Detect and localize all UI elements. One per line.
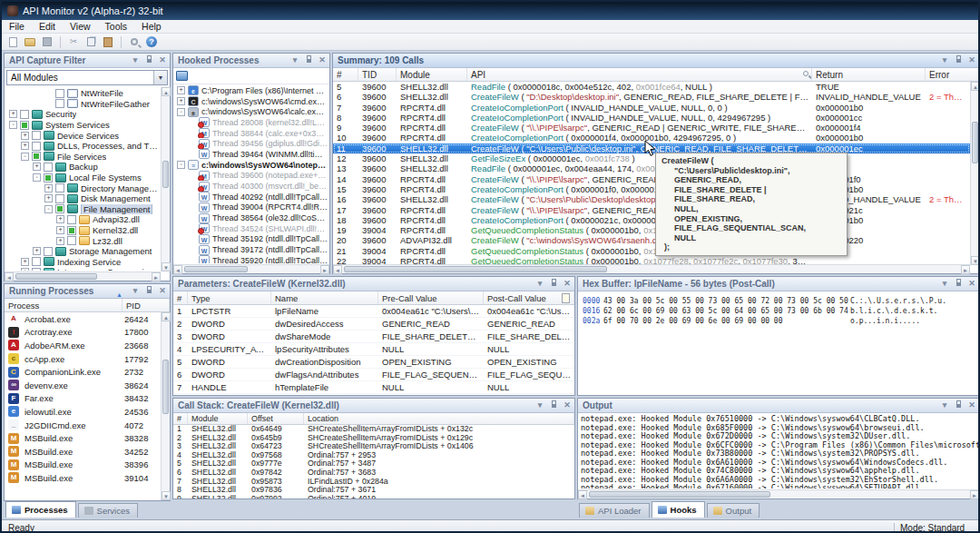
api-call-row[interactable]: 1539600RPCRT4.dllCreateIoCompletionPort …: [333, 184, 970, 194]
expander-icon[interactable]: +: [44, 184, 53, 192]
expander-icon[interactable]: -: [9, 121, 17, 129]
checkbox[interactable]: [32, 268, 41, 271]
process-row[interactable]: AAdobeARM.exe23668: [5, 339, 161, 352]
checkbox[interactable]: [55, 204, 64, 213]
tree-item[interactable]: +Advapi32.dll: [5, 214, 160, 225]
checkbox[interactable]: [32, 131, 41, 140]
pin-icon[interactable]: [144, 285, 153, 297]
expander-icon[interactable]: +: [56, 226, 64, 234]
checkbox[interactable]: [20, 110, 29, 119]
column-header-number[interactable]: #: [173, 291, 188, 304]
expander-icon[interactable]: +: [33, 247, 41, 255]
expander-icon[interactable]: +: [9, 110, 17, 118]
expander-icon[interactable]: -: [44, 205, 53, 213]
summary-vertical-scrollbar[interactable]: ▲ ▼: [970, 82, 979, 265]
cut-icon[interactable]: ✂: [66, 35, 81, 49]
process-row[interactable]: eielowutil.exe24536: [5, 405, 161, 419]
process-row[interactable]: !Acrotray.exe17800: [5, 326, 161, 340]
module-filter-select[interactable]: All Modules ▼: [6, 70, 168, 85]
panel-menu-icon[interactable]: ▾: [940, 400, 949, 411]
save-icon[interactable]: [40, 35, 54, 49]
monitor-process-icon[interactable]: [176, 71, 188, 81]
column-header-module[interactable]: Module: [188, 413, 248, 424]
call-stack-row[interactable]: 5SHELL32.dll0x9777eOrdinal:757 + 3487: [173, 459, 574, 469]
close-icon[interactable]: ✕: [563, 400, 572, 411]
summary-horizontal-scrollbar[interactable]: ◄ ►: [333, 264, 970, 273]
output-horizontal-scrollbar[interactable]: ◄ ►: [578, 489, 979, 498]
column-header-error[interactable]: Error: [926, 68, 979, 81]
api-call-row[interactable]: 939600RPCRT4.dllCreateFileW ( "\\.\PIPE\…: [333, 123, 970, 133]
new-document-icon[interactable]: [5, 35, 20, 49]
hooked-tree-item[interactable]: WThread 40292 (ntdll.dll!TpCallbackM: [174, 192, 328, 202]
parameter-row[interactable]: 5DWORDdwCreationDispositionOPEN_EXISTING…: [173, 356, 574, 369]
tree-item[interactable]: +Storage Management: [5, 246, 160, 257]
tree-item[interactable]: -File Management: [5, 204, 160, 215]
tree-item[interactable]: +DLLs, Processes, and Threads: [5, 141, 160, 152]
expander-icon[interactable]: +: [21, 142, 29, 150]
paste-icon[interactable]: [101, 35, 115, 49]
pin-icon[interactable]: [954, 400, 963, 411]
api-call-row[interactable]: 539600SHELL32.dllReadFile ( 0x0000018c, …: [333, 82, 970, 92]
hooked-tree-item[interactable]: WThread 39464 (WINMM.dll!timeEnd: [174, 149, 328, 160]
tree-item[interactable]: +Lz32.dll: [5, 235, 160, 246]
tree-item[interactable]: +Device Services: [5, 130, 160, 141]
checkbox[interactable]: [44, 247, 53, 256]
hooked-tree-item[interactable]: WThread 38564 (ole32.dll!CoSetState: [174, 212, 328, 223]
expander-icon[interactable]: +: [44, 194, 53, 202]
hooked-tree-item[interactable]: WThread 35192 (ntdll.dll!TpCallbackM: [174, 234, 328, 245]
title-bar[interactable]: API Monitor v2 (Alpha-r2) 32-bit: [2, 2, 978, 20]
checkbox[interactable]: [32, 257, 41, 266]
checkbox[interactable]: [32, 142, 41, 151]
tab-api-loader[interactable]: API Loader: [579, 503, 650, 518]
filter-tree-horizontal-scrollbar[interactable]: ◄ ►: [5, 271, 161, 281]
expander-icon[interactable]: -: [177, 108, 185, 116]
checkbox[interactable]: [67, 215, 76, 224]
api-call-row[interactable]: 2139004RPCRT4.dllGetQueuedCompletionStat…: [333, 246, 970, 256]
expander-icon[interactable]: +: [56, 237, 64, 245]
menu-file[interactable]: File: [2, 20, 32, 33]
tree-item[interactable]: +Directory Management: [5, 183, 160, 193]
api-call-row[interactable]: 1739600RPCRT4.dllCreateFileW ( "\\.\PIPE…: [333, 205, 970, 215]
search-icon[interactable]: [803, 71, 808, 76]
call-stack-row[interactable]: 3SHELL32.dll0x64723SHCreateShellItemArra…: [173, 442, 574, 451]
filter-tree-vertical-scrollbar[interactable]: ▲ ▼: [161, 87, 170, 271]
tree-item[interactable]: -System Services: [5, 120, 160, 131]
checkbox[interactable]: [55, 89, 64, 98]
close-icon[interactable]: ✕: [158, 285, 167, 297]
call-stack-row[interactable]: 6SHELL32.dll0x97842Ordinal:757 + 3683: [173, 469, 574, 478]
pin-icon[interactable]: [549, 278, 558, 290]
hooked-tree-item[interactable]: +eC:\Program Files (x86)\Internet Explor…: [174, 85, 328, 96]
parameter-row[interactable]: 3DWORDdwShareModeFILE_SHARE_DELETE | FIL…: [173, 331, 574, 343]
column-header-tid[interactable]: TID: [358, 68, 397, 81]
call-stack-row[interactable]: 7SHELL32.dll0x95873ILFindLastID + 0x284a: [173, 478, 574, 487]
hooked-tree-item[interactable]: -≡c:\windows\SysWOW64\notepad.exe: [174, 160, 328, 171]
call-stack-row[interactable]: 4SHELL32.dll0x97568Ordinal:757 + 2953: [173, 451, 574, 460]
column-header-precall[interactable]: Pre-Call Value: [378, 291, 484, 304]
hooked-tree-item[interactable]: WThread 39456 (gdiplus.dll!GdipGet: [174, 138, 328, 149]
api-call-row[interactable]: 1839600RPCRT4.dllCreateIoCompletionPort …: [333, 215, 970, 225]
expander-icon[interactable]: +: [21, 258, 29, 266]
api-call-row[interactable]: 639600SHELL32.dllCreateFileW ( "D:\Deskt…: [333, 92, 970, 102]
tree-item[interactable]: -Local File Systems: [5, 173, 160, 183]
call-stack-row[interactable]: 8SHELL32.dll0x97836Ordinal:757 + 3671: [173, 486, 574, 495]
checkbox[interactable]: [55, 183, 64, 192]
expander-icon[interactable]: +: [21, 268, 29, 271]
checkbox[interactable]: [67, 236, 76, 245]
pin-icon[interactable]: [954, 278, 963, 290]
tree-item[interactable]: NtWriteFileGather: [5, 99, 160, 110]
parameter-row[interactable]: 1LPCTSTRlpFileName0x004ea61c "C:\Users\P…: [173, 305, 574, 318]
column-header-number[interactable]: #: [333, 68, 358, 81]
close-icon[interactable]: ✕: [158, 54, 167, 66]
menu-tools[interactable]: Tools: [98, 20, 135, 33]
hooked-tree-item[interactable]: WThread 28008 (kernel32.dll!LoadLib: [174, 117, 328, 128]
expander-icon[interactable]: +: [177, 97, 185, 105]
column-header-pid[interactable]: PID: [122, 299, 170, 311]
pin-icon[interactable]: [954, 54, 963, 66]
checkbox[interactable]: [44, 173, 53, 183]
hooked-tree-item[interactable]: WThread 35920 (ntdll.dll!TpCallbackM: [174, 255, 328, 263]
tab-hooks[interactable]: Hooks: [652, 501, 705, 518]
expander-icon[interactable]: -: [177, 161, 185, 169]
checkbox[interactable]: [55, 194, 64, 203]
close-icon[interactable]: ✕: [563, 278, 572, 290]
expander-icon[interactable]: -: [21, 153, 29, 161]
